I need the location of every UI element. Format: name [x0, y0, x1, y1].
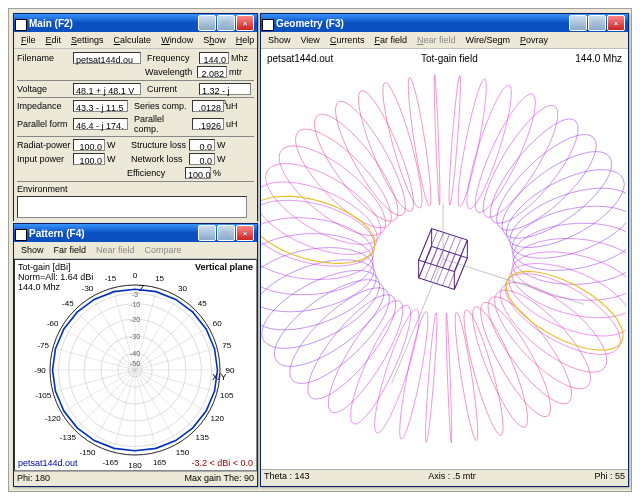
main-titlebar[interactable]: Main (F2) _ □ ×: [14, 14, 257, 32]
main-body: Filename petsat144d.ou Frequency 144.0 M…: [14, 49, 257, 223]
menu-near-field[interactable]: Near field: [91, 244, 140, 256]
svg-line-37: [75, 370, 135, 430]
menu-far-field[interactable]: Far field: [369, 34, 412, 46]
menu-view[interactable]: View: [296, 34, 325, 46]
efficiency-unit: %: [213, 168, 221, 178]
current-label: Current: [147, 84, 197, 94]
svg-text:45: 45: [198, 299, 207, 308]
filename-label: Filename: [17, 53, 71, 63]
svg-text:-135: -135: [60, 433, 77, 442]
wavelength-unit: mtr: [229, 67, 242, 77]
svg-line-49: [75, 310, 135, 370]
svg-text:120: 120: [211, 414, 225, 423]
structure-loss-label: Structure loss: [131, 140, 187, 150]
svg-text:-120: -120: [45, 414, 62, 423]
svg-text:-10: -10: [130, 301, 140, 308]
gain-label: Tot-gain [dBi]: [18, 262, 71, 272]
parallel-comp-field: .1926: [192, 118, 224, 130]
input-power-label: Input power: [17, 154, 71, 164]
minimize-button[interactable]: _: [198, 15, 216, 31]
geometry-menubar: Show View Currents Far field Near field …: [261, 32, 628, 49]
minimize-button[interactable]: _: [569, 15, 587, 31]
structure-loss-unit: W: [217, 140, 226, 150]
svg-text:-105: -105: [35, 391, 52, 400]
svg-line-69: [448, 256, 461, 288]
scale-note: -3.2 < dBi < 0.0: [191, 458, 253, 468]
current-field: 1.32 - j .749 A: [199, 83, 251, 95]
svg-line-83: [454, 240, 467, 272]
environment-label: Environment: [17, 184, 71, 194]
svg-text:60: 60: [213, 319, 222, 328]
parallel-comp-unit: uH: [226, 119, 238, 129]
parallel-comp-label: Parallel comp.: [134, 114, 190, 134]
menu-povray[interactable]: Povray: [515, 34, 553, 46]
structure-loss-field: 0.0: [189, 139, 215, 151]
mdi-container: Main (F2) _ □ × File Edit Settings Calcu…: [8, 8, 632, 492]
svg-line-21: [135, 370, 217, 392]
svg-text:75: 75: [222, 341, 231, 350]
series-label: Series comp.: [134, 101, 190, 111]
svg-text:90: 90: [226, 366, 235, 375]
input-power-field: 100.0: [73, 153, 105, 165]
max-gain-readout: Max gain The: 90: [185, 473, 254, 483]
menu-wire-segm[interactable]: Wire/Segm: [460, 34, 515, 46]
geometry-statusbar: Theta : 143 Axis : .5 mtr Phi : 55: [261, 469, 628, 482]
maximize-button[interactable]: □: [588, 15, 606, 31]
parallel-form-label: Parallel form: [17, 119, 71, 129]
close-button[interactable]: ×: [236, 15, 254, 31]
efficiency-field: 100.0: [185, 167, 211, 179]
radiat-power-label: Radiat-power: [17, 140, 71, 150]
menu-currents[interactable]: Currents: [325, 34, 370, 46]
svg-text:165: 165: [153, 458, 167, 467]
svg-text:15: 15: [155, 274, 164, 283]
environment-field[interactable]: [17, 196, 247, 218]
svg-text:-40: -40: [130, 350, 140, 357]
radiat-power-unit: W: [107, 140, 121, 150]
menu-far-field[interactable]: Far field: [49, 244, 92, 256]
phi-readout: Phi : 55: [594, 471, 625, 481]
main-window: Main (F2) _ □ × File Edit Settings Calcu…: [13, 13, 258, 221]
menu-calculate[interactable]: Calculate: [109, 34, 157, 46]
minimize-button[interactable]: _: [198, 225, 216, 241]
menu-settings[interactable]: Settings: [66, 34, 109, 46]
menu-help[interactable]: Help: [231, 34, 260, 46]
maximize-button[interactable]: □: [217, 225, 235, 241]
polar-plot[interactable]: 0153045607590105120135150165180-165-150-…: [14, 259, 257, 471]
svg-text:-60: -60: [47, 319, 59, 328]
network-loss-field: 0.0: [189, 153, 215, 165]
geometry-viewport[interactable]: petsat144d.out Tot-gain field 144.0 Mhz: [261, 49, 628, 469]
geometry-titlebar[interactable]: Geometry (F3) _ □ ×: [261, 14, 628, 32]
menu-file[interactable]: File: [16, 34, 41, 46]
frequency-label: Frequency: [147, 53, 197, 63]
svg-text:150: 150: [176, 448, 190, 457]
menu-edit[interactable]: Edit: [41, 34, 67, 46]
pattern-titlebar[interactable]: Pattern (F4) _ □ ×: [14, 224, 257, 242]
close-button[interactable]: ×: [607, 15, 625, 31]
menu-compare[interactable]: Compare: [140, 244, 187, 256]
svg-text:-75: -75: [37, 341, 49, 350]
parallel-form-field: 46.4 - j 174.: [73, 118, 128, 130]
menu-near-field[interactable]: Near field: [412, 34, 461, 46]
svg-line-82: [432, 229, 468, 240]
phi-readout: Phi: 180: [17, 473, 50, 483]
frequency-field[interactable]: 144.0: [199, 52, 229, 64]
svg-text:180: 180: [128, 461, 142, 470]
svg-line-41: [53, 370, 135, 392]
geometry-title: Geometry (F3): [264, 18, 569, 29]
maximize-button[interactable]: □: [217, 15, 235, 31]
menu-show[interactable]: Show: [263, 34, 296, 46]
wavelength-label: Wavelength: [145, 67, 195, 77]
svg-text:Z: Z: [139, 283, 145, 293]
series-field: .0128: [192, 100, 224, 112]
svg-text:-30: -30: [130, 333, 140, 340]
svg-text:-15: -15: [105, 274, 117, 283]
filename-field[interactable]: petsat144d.ou: [73, 52, 141, 64]
impedance-label: Impedance: [17, 101, 71, 111]
menu-show[interactable]: Show: [198, 34, 231, 46]
input-power-unit: W: [107, 154, 121, 164]
menu-window[interactable]: Window: [156, 34, 198, 46]
menu-show[interactable]: Show: [16, 244, 49, 256]
close-button[interactable]: ×: [236, 225, 254, 241]
svg-text:-165: -165: [102, 458, 119, 467]
svg-text:-3: -3: [132, 291, 138, 298]
